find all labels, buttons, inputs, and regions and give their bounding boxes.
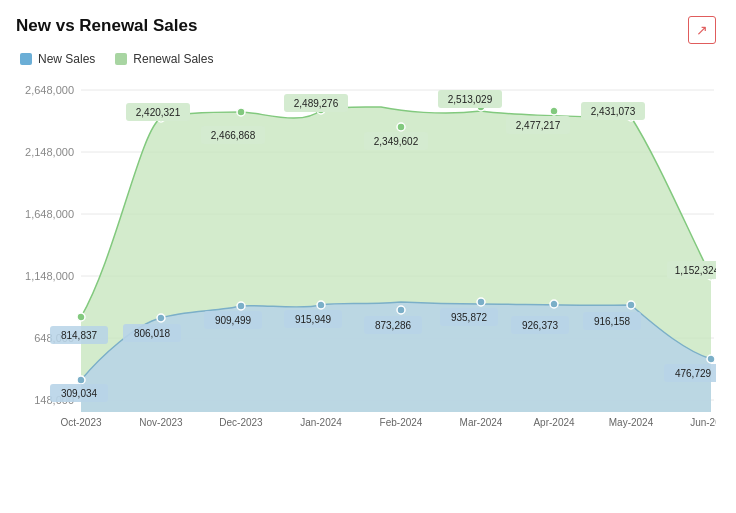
svg-point-26 (477, 298, 485, 306)
svg-point-27 (550, 300, 558, 308)
svg-text:Oct-2023: Oct-2023 (60, 417, 102, 428)
svg-point-24 (317, 301, 325, 309)
chart-header: New vs Renewal Sales ↗ (16, 16, 716, 44)
svg-point-22 (157, 314, 165, 322)
svg-text:2,466,868: 2,466,868 (211, 130, 256, 141)
legend-item-renewal-sales: Renewal Sales (115, 52, 213, 66)
svg-point-29 (707, 355, 715, 363)
svg-text:2,420,321: 2,420,321 (136, 107, 181, 118)
svg-text:309,034: 309,034 (61, 388, 98, 399)
expand-icon: ↗ (696, 22, 708, 38)
svg-point-21 (77, 376, 85, 384)
svg-text:Nov-2023: Nov-2023 (139, 417, 183, 428)
svg-text:Jun-2024: Jun-2024 (690, 417, 716, 428)
svg-text:916,158: 916,158 (594, 316, 631, 327)
svg-text:1,148,000: 1,148,000 (25, 270, 74, 282)
svg-point-14 (237, 108, 245, 116)
svg-text:May-2024: May-2024 (609, 417, 654, 428)
svg-text:926,373: 926,373 (522, 320, 559, 331)
renewal-sales-dot (115, 53, 127, 65)
svg-text:935,872: 935,872 (451, 312, 488, 323)
svg-text:2,648,000: 2,648,000 (25, 84, 74, 96)
svg-text:915,949: 915,949 (295, 314, 332, 325)
svg-point-25 (397, 306, 405, 314)
legend-item-new-sales: New Sales (20, 52, 95, 66)
svg-point-23 (237, 302, 245, 310)
svg-text:806,018: 806,018 (134, 328, 171, 339)
renewal-sales-label: Renewal Sales (133, 52, 213, 66)
svg-text:909,499: 909,499 (215, 315, 252, 326)
svg-text:Jan-2024: Jan-2024 (300, 417, 342, 428)
svg-text:Mar-2024: Mar-2024 (460, 417, 503, 428)
new-sales-label: New Sales (38, 52, 95, 66)
expand-button[interactable]: ↗ (688, 16, 716, 44)
svg-text:476,729: 476,729 (675, 368, 712, 379)
svg-point-18 (550, 107, 558, 115)
svg-text:2,489,276: 2,489,276 (294, 98, 339, 109)
svg-text:2,513,029: 2,513,029 (448, 94, 493, 105)
svg-text:873,286: 873,286 (375, 320, 412, 331)
chart-title: New vs Renewal Sales (16, 16, 197, 36)
svg-point-16 (397, 123, 405, 131)
svg-text:2,431,073: 2,431,073 (591, 106, 636, 117)
svg-text:1,648,000: 1,648,000 (25, 208, 74, 220)
svg-point-28 (627, 301, 635, 309)
svg-text:814,837: 814,837 (61, 330, 98, 341)
svg-text:Apr-2024: Apr-2024 (533, 417, 575, 428)
svg-text:Dec-2023: Dec-2023 (219, 417, 263, 428)
svg-point-12 (77, 313, 85, 321)
svg-text:2,148,000: 2,148,000 (25, 146, 74, 158)
new-sales-dot (20, 53, 32, 65)
svg-text:Feb-2024: Feb-2024 (380, 417, 423, 428)
main-chart: 2,648,000 2,148,000 1,648,000 1,148,000 … (16, 76, 716, 466)
chart-container: New vs Renewal Sales ↗ New Sales Renewal… (0, 0, 736, 513)
svg-text:1,152,324: 1,152,324 (675, 265, 716, 276)
svg-text:2,349,602: 2,349,602 (374, 136, 419, 147)
svg-text:2,477,217: 2,477,217 (516, 120, 561, 131)
legend: New Sales Renewal Sales (20, 52, 716, 66)
